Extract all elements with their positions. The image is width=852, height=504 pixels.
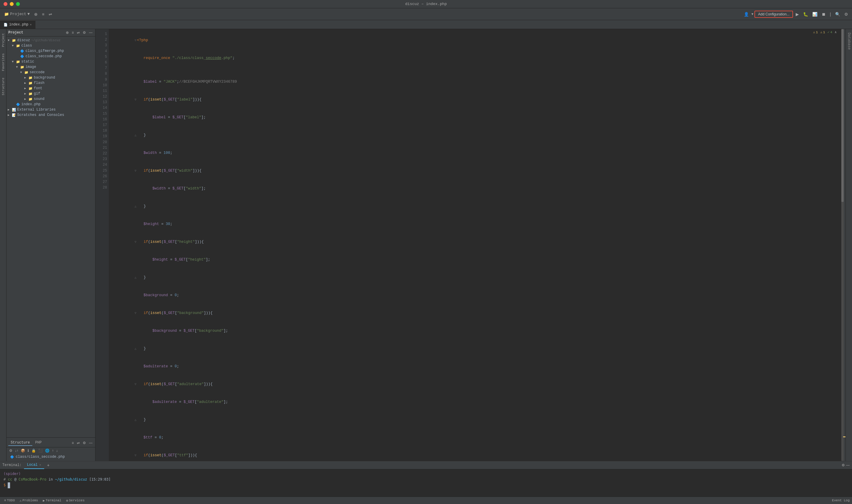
navigate-forward-icon[interactable]: ≡ [40, 11, 46, 18]
tree-external-libraries[interactable]: ▶ 📊 External Libraries [6, 107, 95, 112]
right-tab-database[interactable]: Database [847, 32, 851, 51]
project-dropdown[interactable]: 📁 Project ▼ [2, 11, 32, 17]
minimize-panel-icon[interactable]: — [88, 30, 93, 35]
tree-scratches[interactable]: ▶ 📝 Scratches and Consoles [6, 112, 95, 118]
tree-file-gifmerge[interactable]: 🔷 class_gifmerge.php [6, 48, 95, 54]
collapse-icon[interactable]: ∧ [834, 30, 837, 34]
collapse-all-icon[interactable]: ≡ [71, 30, 75, 35]
navigate-back-icon[interactable]: ⊕ [33, 11, 39, 18]
tree-file-seccode[interactable]: 🔷 class_seccode.php [6, 54, 95, 59]
structure-filter-icon[interactable]: ⇌ [76, 440, 80, 445]
struct-icon-3[interactable]: 📦 [20, 448, 26, 453]
expand-all-icon[interactable]: ⇌ [76, 30, 80, 35]
struct-icon-2[interactable]: ↓↑ [14, 448, 19, 453]
structure-minimize-icon[interactable]: — [88, 440, 93, 445]
tree-folder-gif-label: gif [34, 92, 40, 96]
code-line-7: △ } [112, 126, 841, 144]
search-icon[interactable]: 🔍 [834, 11, 841, 18]
fold-btn-21[interactable]: ▽ [134, 383, 137, 386]
struct-icon-7[interactable]: 🌐 [44, 448, 50, 453]
tree-folder-class[interactable]: ▼ 📁 class [6, 43, 95, 48]
tab-php[interactable]: PHP [33, 440, 44, 446]
fold-btn-23[interactable]: △ [134, 418, 137, 421]
left-tab-favorites[interactable]: Favorites [1, 50, 6, 74]
line-num-25: 25 [97, 168, 107, 174]
tree-root-path: ~/github/discuz [31, 38, 60, 42]
fold-btn-15[interactable]: △ [134, 276, 137, 279]
status-todo[interactable]: ≡ TODO [2, 499, 17, 502]
structure-file-item[interactable]: 🔷 class/class_seccode.php [6, 454, 95, 460]
left-tab-structure[interactable]: Structure [1, 75, 6, 98]
stop-icon[interactable]: ⏹ [820, 11, 827, 18]
tree-folder-static-label: static [21, 59, 34, 64]
tree-folder-static[interactable]: ▼ 📁 static [6, 59, 95, 64]
run-with-coverage-icon[interactable]: 📊 [811, 11, 819, 18]
code-editor[interactable]: ▽<?php require_once "./class/class_secco… [109, 29, 841, 461]
tree-folder-flash[interactable]: ▶ 📁 flash [6, 80, 95, 86]
run-profile-dropdown[interactable]: ▼ [751, 13, 754, 16]
debug-icon[interactable]: 🐛 [802, 11, 810, 18]
scrollbar-thumb[interactable] [841, 29, 844, 202]
tree-file-index-php[interactable]: 🔷 index.php [6, 102, 95, 107]
fold-btn-7[interactable]: △ [134, 134, 137, 137]
user-icon[interactable]: 👤 [742, 11, 750, 18]
struct-icon-8[interactable]: ↑ [51, 448, 55, 453]
terminal-settings-icon[interactable]: ⚙ [841, 463, 845, 467]
status-problems[interactable]: ⚠ Problems [18, 499, 40, 503]
struct-icon-4[interactable]: ℹ [27, 448, 30, 453]
fold-btn-19[interactable]: △ [134, 347, 137, 350]
tree-folder-font[interactable]: ▶ 📁 font [6, 86, 95, 91]
recent-files-icon[interactable]: ⇌ [47, 11, 54, 18]
tab-structure[interactable]: Structure [8, 440, 32, 446]
line-num-11: 11 [97, 88, 107, 94]
fold-btn-25[interactable]: ▽ [134, 454, 137, 457]
structure-sort-icon[interactable]: ≡ [71, 440, 75, 445]
line-num-22: 22 [97, 151, 107, 157]
scrollbar-track[interactable] [841, 29, 844, 461]
close-button[interactable] [3, 2, 7, 6]
terminal-tab-local[interactable]: Local ✕ [24, 461, 44, 469]
tree-folder-sound[interactable]: ▶ 📁 sound [6, 96, 95, 102]
event-log-button[interactable]: Event Log [832, 499, 850, 502]
tree-folder-gif[interactable]: ▶ 📁 gif [6, 91, 95, 96]
fold-btn-1[interactable]: ▽ [134, 39, 137, 42]
warning-badge-1[interactable]: ⚠ 1 [813, 30, 818, 34]
fold-btn-17[interactable]: ▽ [134, 311, 137, 315]
run-arrow-icon[interactable]: ▶ [794, 11, 800, 18]
ok-badge[interactable]: ✓ 4 [828, 30, 832, 34]
struct-icon-9[interactable]: ↓ [55, 448, 59, 453]
new-terminal-tab-button[interactable]: + [46, 462, 51, 468]
status-services[interactable]: ⚙ Services [64, 499, 86, 503]
tree-folder-image[interactable]: ▼ 📁 image [6, 64, 95, 70]
struct-icon-6[interactable]: ⬛ [37, 448, 43, 453]
terminal-tab-close-icon[interactable]: ✕ [39, 463, 41, 467]
new-file-icon[interactable]: ⊕ [65, 30, 70, 35]
tab-index-php[interactable]: 📄 index.php ✕ [0, 20, 36, 29]
settings-icon[interactable]: ⚙ [82, 30, 87, 35]
status-terminal[interactable]: ▶ Terminal [41, 499, 63, 503]
maximize-button[interactable] [16, 2, 20, 6]
code-line-10: $width = $_GET["width"]; [112, 180, 841, 197]
tree-root-discuz[interactable]: ▼ 📁 discuz ~/github/discuz [6, 38, 95, 43]
warning-badge-2[interactable]: ⚠ 1 [820, 30, 825, 34]
minimize-button[interactable] [10, 2, 14, 6]
terminal-minimize-icon[interactable]: — [846, 463, 850, 467]
struct-icon-1[interactable]: ⚙ [8, 448, 13, 453]
vcs-icon[interactable]: ⚙ [843, 11, 850, 18]
tree-folder-background[interactable]: ▶ 📁 background [6, 75, 95, 80]
fold-btn-13[interactable]: ▽ [134, 240, 137, 244]
add-configuration-button[interactable]: Add Configuration... [755, 11, 793, 18]
tab-close-icon[interactable]: ✕ [30, 23, 32, 26]
terminal-content[interactable]: (spider) # cc @ CsMacBook-Pro in ~/githu… [0, 469, 852, 497]
line-num-3: 3 [97, 43, 107, 48]
fold-btn-9[interactable]: ▽ [134, 169, 137, 173]
struct-icon-5[interactable]: 🔒 [31, 448, 37, 453]
terminal-path: ~/github/discuz [55, 477, 87, 482]
tree-folder-seccode[interactable]: ▼ 📁 seccode [6, 70, 95, 75]
structure-tabs: Structure PHP [8, 440, 44, 446]
left-tab-project[interactable]: Project [1, 30, 6, 50]
code-line-19: △ } [112, 340, 841, 358]
structure-settings-icon[interactable]: ⚙ [82, 440, 87, 445]
fold-btn-5[interactable]: ▽ [134, 98, 137, 102]
fold-btn-11[interactable]: △ [134, 205, 137, 208]
